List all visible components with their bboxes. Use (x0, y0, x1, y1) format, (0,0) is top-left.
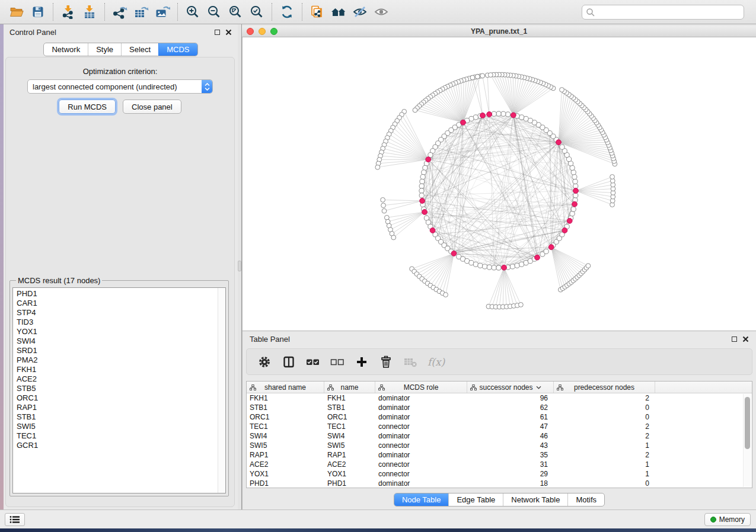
mcds-result-item[interactable]: SWI4 (17, 336, 225, 346)
network-node[interactable] (524, 116, 528, 121)
mcds-result-item[interactable]: ACE2 (17, 374, 225, 384)
column-header-shared-name[interactable]: shared name (247, 382, 324, 393)
network-node[interactable] (480, 73, 485, 78)
network-node[interactable] (496, 111, 501, 116)
network-node[interactable] (501, 111, 506, 116)
mcds-result-item[interactable]: STB1 (17, 412, 225, 422)
network-node[interactable] (492, 265, 496, 270)
network-node[interactable] (560, 88, 564, 92)
dominator-node[interactable] (426, 157, 431, 162)
mcds-result-item[interactable]: STB5 (17, 384, 225, 393)
duplicate-network-button[interactable] (307, 2, 328, 22)
network-node[interactable] (420, 179, 425, 184)
mcds-result-item[interactable]: RAP1 (17, 403, 225, 412)
export-table-button[interactable] (130, 2, 152, 22)
network-node[interactable] (571, 207, 576, 211)
network-node[interactable] (469, 260, 474, 265)
settings-gear-icon[interactable] (257, 355, 272, 369)
network-node[interactable] (419, 193, 424, 198)
dominator-node[interactable] (572, 201, 578, 207)
table-row[interactable]: YOX1YOX1connector291 (247, 469, 752, 479)
network-node[interactable] (478, 263, 483, 268)
mcds-result-item[interactable]: TID3 (17, 318, 225, 327)
save-session-button[interactable] (27, 2, 49, 22)
tab-select[interactable]: Select (121, 43, 158, 56)
network-node[interactable] (420, 174, 425, 179)
network-node[interactable] (496, 265, 501, 270)
table-row[interactable]: STB1STB1dominator620 (247, 403, 752, 412)
show-columns-icon[interactable] (282, 355, 296, 369)
table-row[interactable]: PHD1PHD1dominator180 (247, 479, 752, 488)
close-panel-icon[interactable] (225, 29, 232, 36)
network-node[interactable] (519, 262, 524, 267)
network-node[interactable] (573, 179, 578, 184)
table-scrollbar-thumb[interactable] (745, 397, 750, 449)
network-node[interactable] (573, 193, 578, 198)
column-header-name[interactable]: name (324, 382, 375, 393)
mcds-result-item[interactable]: YOX1 (17, 327, 225, 336)
column-header-successor-nodes[interactable]: successor nodes (467, 382, 554, 393)
dominator-node[interactable] (420, 198, 425, 204)
dominator-node[interactable] (511, 113, 516, 118)
network-node[interactable] (423, 165, 428, 170)
mcds-result-item[interactable]: SWI5 (17, 422, 225, 431)
dominator-node[interactable] (567, 218, 572, 223)
add-row-icon[interactable] (355, 355, 369, 369)
vertical-splitter[interactable] (238, 24, 242, 509)
close-panel-button[interactable]: Close panel (123, 100, 181, 114)
network-graph[interactable] (243, 37, 756, 331)
table-row[interactable]: SWI4SWI4dominator462 (247, 431, 752, 441)
table-row[interactable]: RAP1RAP1dominator352 (247, 450, 752, 460)
network-node[interactable] (515, 263, 519, 268)
mcds-result-item[interactable]: PHD1 (17, 289, 225, 299)
dominator-node[interactable] (461, 120, 466, 125)
close-panel-icon[interactable] (742, 336, 749, 342)
mcds-result-item[interactable]: CAR1 (17, 299, 225, 308)
network-node[interactable] (572, 174, 577, 179)
network-node[interactable] (573, 184, 578, 188)
splitter-handle[interactable] (238, 261, 241, 271)
network-node[interactable] (544, 249, 548, 254)
network-window-titlebar[interactable]: YPA_prune.txt_1 (242, 26, 756, 37)
tab-motifs[interactable]: Motifs (567, 493, 604, 506)
select-all-icon[interactable] (306, 355, 320, 369)
show-all-button[interactable] (371, 2, 392, 22)
mcds-result-item[interactable]: SRD1 (17, 346, 225, 355)
export-network-button[interactable] (109, 2, 130, 22)
network-node[interactable] (419, 188, 424, 193)
network-node[interactable] (571, 170, 576, 175)
network-node[interactable] (487, 265, 492, 270)
network-node[interactable] (492, 111, 496, 116)
network-node[interactable] (482, 264, 487, 269)
zoom-selected-button[interactable] (246, 2, 267, 22)
network-node[interactable] (518, 302, 523, 307)
hide-selected-button[interactable] (349, 2, 371, 22)
tab-node-table[interactable]: Node Table (394, 493, 449, 506)
mcds-result-item[interactable]: GCR1 (17, 441, 225, 450)
float-panel-icon[interactable] (215, 30, 220, 35)
import-table-button[interactable] (79, 2, 100, 22)
table-row[interactable]: ORC1ORC1dominator610 (247, 412, 752, 422)
mcds-result-item[interactable]: PMA2 (17, 355, 225, 365)
dominator-node[interactable] (556, 140, 562, 145)
dominator-node[interactable] (535, 255, 540, 260)
dominator-node[interactable] (430, 228, 435, 233)
dominator-node[interactable] (451, 251, 457, 256)
network-node[interactable] (375, 165, 380, 169)
delete-row-icon[interactable] (379, 355, 393, 369)
zoom-out-button[interactable] (203, 2, 225, 22)
table-scrollbar[interactable] (743, 394, 751, 487)
network-node[interactable] (422, 170, 426, 175)
network-node[interactable] (510, 264, 515, 269)
export-image-button[interactable] (152, 2, 173, 22)
network-node[interactable] (506, 112, 511, 117)
tab-network[interactable]: Network (44, 43, 88, 56)
network-node[interactable] (444, 293, 448, 297)
deselect-all-icon[interactable] (330, 355, 344, 369)
zoom-fit-button[interactable] (225, 2, 246, 22)
import-network-button[interactable] (58, 2, 79, 22)
table-row[interactable]: TEC1TEC1connector472 (247, 422, 752, 431)
network-node[interactable] (610, 175, 615, 180)
dominator-node[interactable] (548, 245, 554, 250)
mcds-result-item[interactable]: ORC1 (17, 393, 225, 403)
